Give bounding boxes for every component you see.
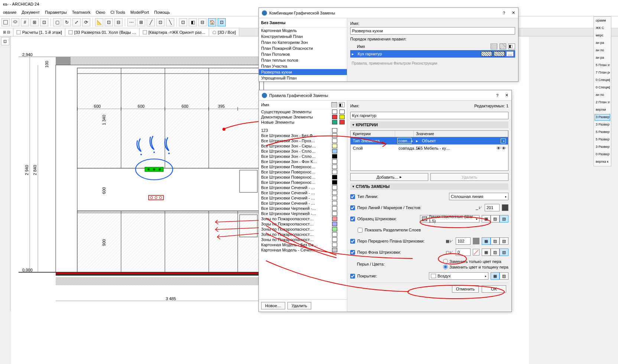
col-icon[interactable] [491, 43, 497, 49]
rule-list-item[interactable]: Все Штриховки Чертежей -… [259, 206, 347, 211]
style-header[interactable]: СТИЛЬ ЗАМЕНЫ [350, 183, 508, 190]
add-criterion-button[interactable]: Добавить… ▸ [350, 173, 428, 181]
rule-row[interactable]: ▸ Кух гарнитур … [350, 50, 515, 58]
fg-mode-icon[interactable]: ▧ [500, 237, 508, 245]
pen-color-only-radio[interactable] [443, 259, 448, 264]
navigator-item[interactable]: 0 Специф [595, 77, 610, 84]
rule-list-item[interactable]: Все Штриховки Зон - Проз… [259, 138, 347, 143]
rule-name-input[interactable] [350, 112, 508, 119]
fg-mode-icon[interactable]: ▨ [491, 237, 500, 245]
tool-scale-icon[interactable]: ⤢ [72, 18, 81, 26]
combination-item[interactable]: Упрощенный План [259, 75, 347, 81]
tool-refresh-icon[interactable]: ⟳ [82, 18, 90, 26]
pen-color-weight-radio[interactable] [443, 264, 448, 269]
fg-pen-checkbox[interactable] [350, 239, 355, 244]
rule-list-item[interactable]: 123 [259, 128, 347, 133]
close-icon[interactable]: ✕ [512, 10, 515, 15]
menu-item[interactable]: Teamwork [72, 10, 91, 14]
navigator-item[interactable]: ан ра [595, 40, 610, 46]
tool-rotate-icon[interactable]: ↻ [63, 18, 71, 26]
rule-list-item[interactable]: Все Штриховки Чертежей -… [259, 211, 347, 216]
tool-half-icon[interactable]: ◧ [189, 18, 197, 26]
help-icon[interactable]: ? [503, 11, 505, 15]
rule-list-item[interactable]: Новые Элементы [259, 120, 347, 125]
tool-a-icon[interactable]: 📐 [95, 18, 103, 26]
remove-criterion-button[interactable]: Удалить [430, 173, 508, 181]
tool-split-icon[interactable]: ⊟ [198, 18, 206, 26]
navigator-item[interactable]: ан ра [595, 55, 610, 61]
criteria-header[interactable]: КРИТЕРИИ [350, 121, 508, 128]
rule-list-item[interactable]: Картонная Модель - Сечен… [259, 247, 347, 253]
surface-checkbox[interactable] [350, 274, 355, 279]
dialog-titlebar[interactable]: Правила Графической Замены ? ✕ [259, 90, 511, 101]
rule-list-item[interactable]: Все Штриховки Сечений - … [259, 185, 347, 190]
fg-mode-icon[interactable]: ▦ [482, 237, 491, 245]
surface-mode-icon[interactable]: ▨ [500, 272, 508, 280]
rule-list-item[interactable]: Все Штриховки Зон - Скры… [259, 143, 347, 149]
combination-item[interactable]: План по Категориям Зон [259, 39, 347, 45]
fill-mode-icon[interactable]: ▨ [491, 215, 500, 222]
fill-checkbox[interactable] [350, 217, 355, 221]
navigator-item[interactable]: 5 План эт [595, 62, 610, 69]
dialog-titlebar[interactable]: Комбинации Графической Замены ? ✕ [259, 8, 518, 18]
navigator-item[interactable]: 3 Разверт [595, 144, 610, 150]
rules-list[interactable]: Существующие ЭлементыДемонтируемые Элеме… [259, 109, 347, 299]
col-icon[interactable]: ◧ [339, 102, 345, 107]
menu-item[interactable]: CI Tools [110, 10, 125, 14]
rule-list-item[interactable]: Все Штриховки Зон - Спло… [259, 149, 347, 154]
fg-pen-input[interactable] [456, 237, 471, 245]
combination-name-input[interactable] [350, 27, 515, 35]
surface-dropdown[interactable]: Воздух [429, 272, 488, 280]
navigator-item[interactable]: орамм [595, 17, 610, 24]
left-tool-icon[interactable]: ⊡ [1, 37, 9, 45]
no-override-item[interactable]: Без Замены [259, 18, 347, 27]
col-icon[interactable] [331, 102, 337, 107]
bg-mode-icon[interactable]: ▨ [491, 248, 500, 256]
combination-item[interactable]: План теплых полов [259, 57, 347, 63]
line-pen-input[interactable] [485, 204, 500, 211]
navigator-item[interactable]: 3 Разверт [595, 114, 610, 121]
rule-list-item[interactable]: Зоны по Пожароопасност… [259, 237, 347, 242]
bg-pen-swatch[interactable] [473, 249, 479, 256]
menu-item[interactable]: Окно [96, 10, 105, 14]
menu-item[interactable]: ование [3, 10, 16, 14]
tab[interactable]: [3D / Все] [209, 28, 239, 36]
menu-item[interactable]: Параметры [45, 10, 67, 14]
rule-list-item[interactable]: Все Штриховки Поверхнос… [259, 164, 347, 169]
line-type-checkbox[interactable] [350, 194, 355, 199]
tool-e-icon[interactable]: ⊞ [137, 18, 145, 26]
line-pen-swatch[interactable] [502, 204, 508, 211]
surface-mode-icon[interactable]: ▦ [491, 272, 500, 280]
rule-list-item[interactable]: Существующие Элементы [259, 109, 347, 114]
help-icon[interactable]: ? [496, 93, 498, 98]
fill-dropdown[interactable]: Линии Наклонные (Шаг 1.5) [420, 215, 479, 222]
rule-list-item[interactable]: Демонтируемые Элементы [259, 114, 347, 120]
navigator-item[interactable]: 0 Специф [595, 84, 610, 91]
navigator-item[interactable]: 0 Разверт [595, 151, 610, 158]
tool-snap-icon[interactable]: ⊞ [30, 18, 39, 26]
combination-item[interactable]: План Пожарной Опасности [259, 45, 347, 51]
tab[interactable]: Расчеты [1. 1-й этаж] [13, 28, 65, 36]
tab[interactable]: [Квартира -=ЖК Орион= раз… [140, 28, 209, 36]
combination-item[interactable]: План Участка [259, 63, 347, 69]
show-separators-checkbox[interactable] [358, 228, 362, 233]
criterion-row[interactable]: Тип Элементасовп…▸Объект [351, 137, 508, 144]
tool-b-icon[interactable]: ⊡ [105, 18, 113, 26]
rule-list-item[interactable]: Картонная Модель - Без Се… [259, 242, 347, 247]
tool-snap2-icon[interactable]: ⊡ [40, 18, 48, 26]
tool-d-icon[interactable]: ⋯ [127, 18, 136, 26]
ok-button[interactable]: OK [482, 285, 506, 293]
tool-box-icon[interactable] [1, 18, 10, 26]
fill-mode-icon[interactable]: ▦ [482, 215, 491, 222]
rule-more-button[interactable]: … [506, 51, 514, 56]
rule-list-item[interactable]: Все Штриховки Зон - Фон К… [259, 159, 347, 164]
bg-mode-icon[interactable]: ▧ [500, 248, 508, 256]
delete-rule-button[interactable]: Удалить [287, 302, 311, 309]
navigator-item[interactable]: 2 План эт [595, 99, 610, 106]
tool-g-icon[interactable]: ⊡ [156, 18, 165, 26]
combination-item[interactable]: План Потолков [259, 51, 347, 57]
menu-item[interactable]: ModelPort [130, 10, 149, 14]
navigator-item[interactable]: мерс [595, 32, 610, 39]
navigator-item[interactable]: 5 Разверт [595, 136, 610, 143]
combination-item[interactable]: Развертка кухни [259, 69, 347, 75]
